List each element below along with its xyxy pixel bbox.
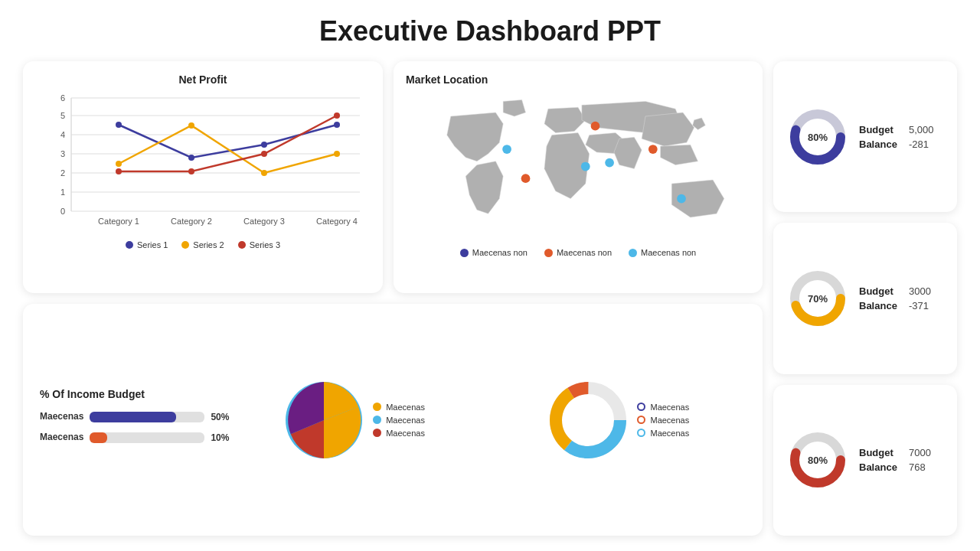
- page-title: Executive Dashboard PPT: [23, 15, 957, 47]
- market-location-card: Market Location: [394, 61, 763, 293]
- svg-point-22: [334, 122, 340, 128]
- svg-text:70%: 70%: [808, 293, 828, 305]
- line-chart-svg: 0 1 2 3 4 5 6 Category 1 Category 2 Cate…: [35, 90, 371, 236]
- svg-text:3: 3: [60, 149, 65, 158]
- donut-svg-1: 80%: [787, 106, 848, 168]
- net-profit-legend: Series 1 Series 2 Series 3: [35, 240, 371, 249]
- bar-row-1: Maecenas 50%: [40, 411, 229, 424]
- svg-text:Category 4: Category 4: [316, 217, 358, 226]
- map-legend-2: Maecenas non: [544, 248, 612, 257]
- donut-info-1: Budget 5,000 Balance -281: [859, 124, 934, 150]
- pie-legend-2: Maecenas: [373, 416, 425, 425]
- svg-point-27: [116, 168, 122, 174]
- map-legend-1: Maecenas non: [460, 248, 528, 257]
- svg-point-21: [261, 142, 267, 148]
- svg-text:1: 1: [60, 187, 65, 197]
- donut-ring-legend: Maecenas Maecenas Maecenas: [637, 403, 689, 438]
- svg-point-32: [591, 122, 600, 131]
- donut-ring-section: Maecenas Maecenas Maecenas: [550, 382, 689, 458]
- svg-text:6: 6: [60, 93, 65, 103]
- svg-point-28: [188, 168, 194, 174]
- svg-point-29: [261, 151, 267, 157]
- donut-card-2: 70% Budget 3000 Balance -371: [773, 223, 957, 373]
- svg-point-33: [581, 162, 590, 171]
- pie-section: Maecenas Maecenas Maecenas: [286, 382, 425, 458]
- svg-point-36: [677, 194, 686, 204]
- svg-text:80%: 80%: [808, 132, 828, 143]
- map-dot-1: [460, 249, 469, 257]
- svg-text:0: 0: [60, 207, 65, 216]
- svg-text:Category 3: Category 3: [243, 217, 285, 226]
- legend-series1: Series 1: [126, 240, 168, 249]
- income-budget-card: % Of Income Budget Maecenas 50%: [23, 304, 763, 536]
- dashboard-grid: Net Profit 0 1 2 3: [23, 61, 957, 536]
- pie-legend-3: Maecenas: [373, 429, 425, 438]
- map-legend: Maecenas non Maecenas non Maecenas non: [406, 248, 750, 257]
- svg-point-23: [116, 161, 122, 167]
- income-left-section: % Of Income Budget Maecenas 50%: [40, 388, 229, 452]
- legend-series2: Series 2: [181, 240, 224, 249]
- series2-dot: [181, 241, 189, 249]
- donut-info-2: Budget 3000 Balance -371: [859, 285, 931, 311]
- svg-point-30: [334, 112, 340, 119]
- svg-point-34: [605, 158, 614, 168]
- svg-text:80%: 80%: [808, 455, 828, 466]
- map-legend-3: Maecenas non: [629, 248, 696, 257]
- donut-svg-3: 80%: [787, 429, 848, 491]
- svg-point-52: [565, 397, 611, 443]
- donut-info-3: Budget 7000 Balance 768: [859, 447, 931, 473]
- market-title: Market Location: [406, 73, 750, 86]
- pie-legend: Maecenas Maecenas Maecenas: [373, 403, 425, 438]
- pie-chart-svg: [286, 382, 362, 458]
- svg-point-25: [261, 170, 267, 176]
- legend-series3: Series 3: [238, 240, 280, 249]
- income-charts: Maecenas Maecenas Maecenas: [229, 382, 746, 458]
- net-profit-title: Net Profit: [35, 73, 371, 86]
- svg-point-26: [334, 151, 340, 157]
- svg-point-20: [188, 155, 194, 161]
- series3-dot: [238, 241, 246, 249]
- donut-svg-2: 70%: [787, 268, 848, 329]
- page: Executive Dashboard PPT Net Profit: [0, 0, 980, 551]
- net-profit-chart: 0 1 2 3 4 5 6 Category 1 Category 2 Cate…: [35, 90, 371, 236]
- pie-legend-1: Maecenas: [373, 403, 425, 412]
- donut-card-3: 80% Budget 7000 Balance 768: [773, 385, 957, 536]
- ring-legend-3: Maecenas: [637, 429, 689, 438]
- ring-legend-2: Maecenas: [637, 416, 689, 425]
- map-dot-2: [544, 249, 553, 257]
- svg-point-35: [521, 174, 531, 183]
- svg-text:Category 1: Category 1: [98, 217, 139, 226]
- net-profit-card: Net Profit 0 1 2 3: [23, 61, 383, 293]
- world-map: [406, 90, 750, 243]
- svg-text:4: 4: [60, 130, 65, 139]
- svg-point-19: [116, 122, 122, 128]
- ring-legend-1: Maecenas: [637, 403, 689, 412]
- donut-ring-svg: [550, 382, 626, 458]
- svg-point-37: [648, 145, 658, 154]
- svg-text:2: 2: [60, 168, 65, 178]
- svg-point-24: [188, 122, 194, 129]
- donut-card-1: 80% Budget 5,000 Balance -281: [773, 61, 957, 212]
- svg-text:Category 2: Category 2: [171, 217, 212, 226]
- svg-point-31: [502, 145, 511, 154]
- map-dot-3: [629, 249, 637, 257]
- right-column: 80% Budget 5,000 Balance -281: [773, 61, 957, 536]
- income-title: % Of Income Budget: [40, 388, 229, 400]
- bar-row-2: Maecenas 10%: [40, 432, 229, 445]
- svg-text:5: 5: [60, 111, 65, 120]
- series1-dot: [126, 241, 133, 249]
